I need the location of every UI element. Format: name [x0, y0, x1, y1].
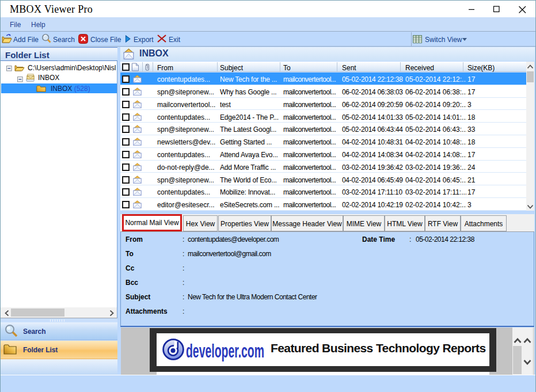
svg-text:developer.com: developer.com	[186, 340, 264, 361]
